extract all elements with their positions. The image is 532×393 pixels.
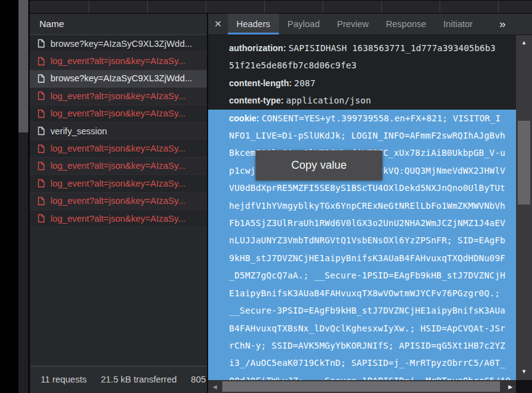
request-name: log_event?alt=json&key=AIzaSy...: [50, 161, 185, 171]
detail-horizontal-scrollbar[interactable]: ◀ ▶: [208, 380, 516, 393]
detail-tab-bar: ✕ HeadersPayloadPreviewResponseInitiator…: [208, 14, 532, 35]
request-name: log_event?alt=json&key=AIzaSy...: [50, 179, 185, 188]
header-name: cookie:: [229, 113, 262, 123]
request-list: browse?key=AIzaSyC9XL3ZjWdd...log_event?…: [30, 35, 207, 227]
transferred-size: 21.5 kB transferred: [101, 375, 177, 384]
name-column-header[interactable]: Name: [30, 14, 207, 35]
scroll-right-icon[interactable]: ▶: [505, 380, 516, 393]
request-list-empty-area: [31, 227, 207, 366]
detail-hscrollbar-thumb[interactable]: [222, 381, 500, 392]
header-value-line: i3_/AuOC5eaK0719CkTnD; SAPISID=j_-MrRTpy…: [229, 354, 516, 371]
header-value-line: authorization: SAPISIDHASH 1638563771_1d…: [229, 39, 516, 57]
file-icon: [38, 144, 45, 153]
header-value-line: hejdfV1hYVmgyblkyTGx6YnpCRExNeGtNRElLbFo…: [229, 197, 516, 214]
request-row[interactable]: log_event?alt=json&key=AIzaSy...: [30, 87, 207, 105]
devtools-window: Name browse?key=AIzaSyC9XL3ZjWdd...log_e…: [0, 0, 532, 393]
header-entry[interactable]: authorization: SAPISIDHASH 1638563771_1d…: [229, 39, 516, 75]
file-icon: [38, 161, 45, 171]
request-detail-panel: ✕ HeadersPayloadPreviewResponseInitiator…: [208, 14, 532, 393]
request-row[interactable]: log_event?alt=json&key=AIzaSy...: [30, 158, 207, 175]
tab-strip: HeadersPayloadPreviewResponseInitiator: [228, 14, 482, 34]
file-icon: [38, 91, 45, 100]
scroll-left-icon[interactable]: ◀: [209, 380, 220, 393]
header-value-line: nLUJJaUNYZ3VmbTdNRGVtQ1VsbENsOXl6YzZPSnF…: [229, 232, 516, 249]
header-entry[interactable]: content-length: 2087: [229, 75, 516, 92]
request-name: log_event?alt=json&key=AIzaSy...: [50, 144, 185, 153]
outer-scrollbar-thumb[interactable]: [18, 0, 28, 132]
request-row[interactable]: verify_session: [30, 123, 207, 140]
request-name: verify_session: [50, 126, 107, 136]
file-icon: [38, 197, 45, 206]
request-row[interactable]: browse?key=AIzaSyC9XL3ZjWdd...: [30, 70, 207, 87]
header-value-line: _D5MZ7gQcQ7aA.; __Secure-1PSID=EAgFb9kHB…: [229, 267, 516, 284]
window-left-margin: [0, 0, 18, 393]
network-summary-bar: 11 requests 21.5 kB transferred 805 k: [31, 366, 207, 393]
tab-headers[interactable]: Headers: [228, 14, 279, 34]
file-icon: [38, 214, 45, 223]
close-detail-button[interactable]: ✕: [208, 14, 228, 34]
request-row[interactable]: browse?key=AIzaSyC9XL3ZjWdd...: [30, 35, 207, 52]
header-value-line: VU0dBdXprRE5MZFI5SE8yS1BScTU4OXlDekd5NXJ…: [229, 179, 516, 197]
outer-vertical-scrollbar[interactable]: [18, 0, 28, 393]
file-icon: [38, 39, 45, 48]
request-name: browse?key=AIzaSyC9XL3ZjWdd...: [50, 73, 192, 83]
resources-size: 805 k: [191, 375, 207, 384]
request-count: 11 requests: [41, 375, 87, 384]
file-icon: [38, 74, 45, 83]
request-row[interactable]: log_event?alt=json&key=AIzaSy...: [30, 210, 207, 227]
scroll-down-icon[interactable]: ▼: [516, 367, 532, 376]
network-overview-timeline[interactable]: [28, 1, 532, 14]
request-row[interactable]: log_event?alt=json&key=AIzaSy...: [30, 52, 207, 70]
request-name: browse?key=AIzaSyC9XL3ZjWdd...: [50, 39, 192, 49]
header-value-line: content-length: 2087: [229, 75, 516, 92]
header-name: content-length:: [229, 78, 294, 88]
request-row[interactable]: log_event?alt=json&key=AIzaSy...: [30, 193, 207, 210]
header-value-line: B4FAHvuxqTXBsNx_lDvQclKghesxwIyXw.; HSID…: [229, 320, 516, 337]
chevron-double-right-icon: »: [499, 17, 506, 31]
header-value-line: 9kHB_stJ7DVZNCjHE1aipyBnifsK3AUaB4FAHvux…: [229, 249, 516, 267]
detail-vscrollbar-thumb[interactable]: [518, 121, 530, 205]
request-row[interactable]: log_event?alt=json&key=AIzaSy...: [30, 105, 207, 123]
header-value-line: content-type: application/json: [229, 92, 516, 109]
scroll-up-icon[interactable]: ▲: [516, 38, 532, 47]
header-value-line: E1aipyBnifsK3AUaB4FAHvuxqTX8wVOwtmWJYCFv…: [229, 285, 516, 302]
file-icon: [38, 126, 45, 136]
header-value-line: __Secure-3PSID=EAgFb9kHB_stJ7DVZNCjHE1ai…: [229, 302, 516, 319]
tab-preview[interactable]: Preview: [328, 14, 377, 34]
request-name: log_event?alt=json&key=AIzaSy...: [50, 91, 185, 101]
request-name: log_event?alt=json&key=AIzaSy...: [50, 214, 185, 224]
header-value-line: Fb1A5SjZ3UlRraUh1RWd6V0lGX3o2UnU2NHA2WmJ…: [229, 214, 516, 232]
file-icon: [38, 179, 45, 188]
header-value-line: rChN-y; SSID=AVK5MGyYbKORJNIfS; APISID=q…: [229, 337, 516, 354]
header-entry[interactable]: content-type: application/json: [229, 92, 516, 109]
header-value-line: cookie: CONSENT=YES+yt.399739558.en+FX+8…: [229, 110, 516, 127]
scrollbar-corner: [516, 380, 532, 393]
close-icon: ✕: [214, 18, 222, 30]
tab-payload[interactable]: Payload: [279, 14, 328, 34]
request-name: log_event?alt=json&key=AIzaSy...: [50, 196, 185, 206]
copy-value-menu[interactable]: Copy value: [256, 150, 382, 180]
tab-response[interactable]: Response: [377, 14, 435, 34]
network-requests-panel: Name browse?key=AIzaSyC9XL3ZjWdd...log_e…: [28, 14, 207, 393]
file-icon: [38, 109, 45, 118]
tab-initiator[interactable]: Initiator: [435, 14, 482, 34]
tab-spacer: [482, 14, 489, 34]
header-value-line: 51f21e5de86fb7c8d06c9fe3: [229, 57, 516, 74]
request-row[interactable]: log_event?alt=json&key=AIzaSy...: [30, 140, 207, 157]
copy-value-label: Copy value: [291, 159, 347, 172]
more-tabs-button[interactable]: »: [489, 14, 516, 34]
headers-content[interactable]: authorization: SAPISIDHASH 1638563771_1d…: [208, 35, 516, 380]
header-name: authorization:: [229, 43, 288, 53]
detail-vertical-scrollbar[interactable]: ▲ ▼: [516, 35, 532, 380]
request-name: log_event?alt=json&key=AIzaSy...: [50, 108, 185, 118]
header-value-line: QOdJQEiTWLvJZ; __Secure-1PAPISID=j_-MrRT…: [229, 372, 516, 380]
request-name: log_event?alt=json&key=AIzaSy...: [50, 56, 185, 66]
request-row[interactable]: log_event?alt=json&key=AIzaSy...: [30, 175, 207, 192]
header-name: content-type:: [229, 95, 286, 105]
file-icon: [38, 57, 45, 66]
header-value-line: NFO1_LIVE=Di-pSlUKdJk; LOGIN_INFO=AFmmF2…: [229, 127, 516, 144]
